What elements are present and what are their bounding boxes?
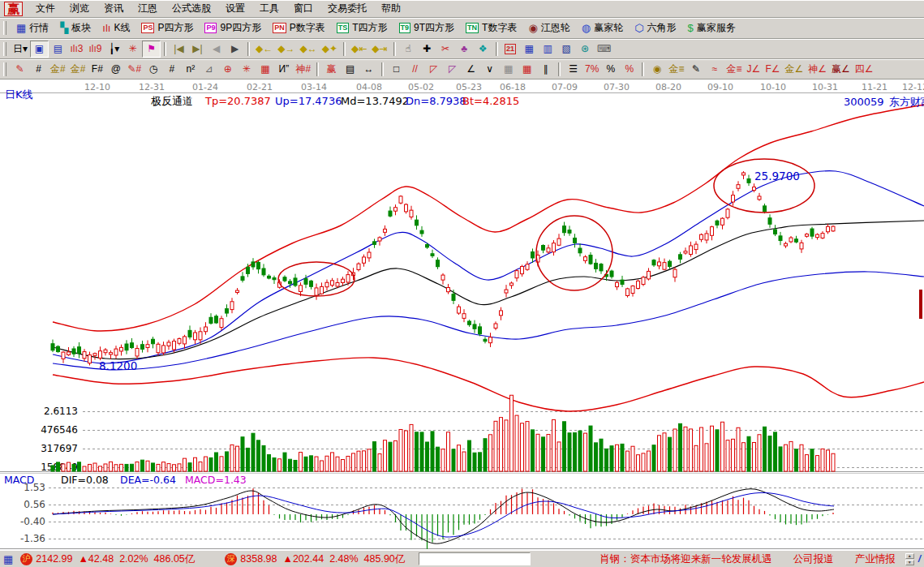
t9-square-button[interactable]: T99T四方形 — [393, 19, 461, 37]
gold-channel-button[interactable]: 金≡ — [724, 61, 744, 78]
gold-circle-button[interactable]: ◉ — [647, 61, 666, 78]
gold-ratio-button[interactable]: 金# — [48, 61, 68, 78]
angle-j-button[interactable]: J∠ — [744, 61, 763, 78]
grid-overlay-button[interactable]: ▦ — [499, 61, 518, 78]
grid-arrow-button[interactable]: ▦ — [518, 61, 536, 78]
menu-item-view[interactable]: 浏览 — [62, 0, 97, 18]
period-button[interactable]: 日▾ — [11, 41, 30, 58]
kline-button[interactable]: ılıK线 — [97, 19, 135, 37]
percent-line-button[interactable]: % — [620, 61, 638, 78]
expand-bars-button[interactable]: ◆↔ — [298, 41, 320, 58]
prev-button[interactable]: ◀ — [207, 41, 226, 58]
fan-grid-button[interactable]: ◸ — [443, 61, 462, 78]
chart-3-button[interactable]: ılı3 — [67, 41, 86, 58]
angle-shen-button[interactable]: 神∠ — [806, 61, 829, 78]
width-measure-button[interactable]: ↔ — [359, 61, 378, 78]
gann-tool-button[interactable]: ♣ — [455, 41, 474, 58]
zoom-region-button[interactable]: ▣ — [30, 41, 49, 58]
chart-9-button[interactable]: ılı9 — [86, 41, 105, 58]
gold-line-button[interactable]: 金≡ — [666, 61, 686, 78]
percent-7-button[interactable]: 7% — [582, 61, 601, 78]
angle-four-button[interactable]: 四∠ — [853, 61, 876, 78]
menu-item-window[interactable]: 窗口 — [286, 0, 320, 18]
p9-square-button[interactable]: P99P四方形 — [199, 19, 267, 37]
gann-wheel-button[interactable]: ◉江恩轮 — [522, 19, 575, 37]
winner-service-button[interactable]: $赢家服务 — [681, 19, 741, 37]
news-link-industry[interactable]: 产业情报 — [855, 552, 896, 566]
target-circle-button[interactable]: ⊕ — [218, 61, 237, 78]
market-grid-icon[interactable]: ▦ — [3, 553, 13, 565]
calculator-button[interactable]: ▦ — [520, 41, 539, 58]
histogram-flag-button[interactable]: ⚑ — [142, 41, 161, 58]
save-button[interactable]: ▧ — [557, 41, 576, 58]
news-headline[interactable]: 肖钢：资本市场将迎来新一轮发展机遇 — [600, 552, 772, 566]
parallel-lines-button[interactable]: ∥ — [536, 61, 555, 78]
crosshair-button[interactable]: ✚ — [418, 41, 436, 58]
stock-code-input[interactable] — [419, 552, 531, 565]
network-button[interactable]: ⊛ — [576, 41, 595, 58]
news-link-company[interactable]: 公司报道 — [793, 552, 834, 566]
angle-win-button[interactable]: 赢∠ — [829, 61, 853, 78]
scale-pen-button[interactable]: ✎ — [686, 61, 705, 78]
hexagon-button[interactable]: ⬡六角形 — [629, 19, 681, 37]
menu-item-trade[interactable]: 交易委托 — [320, 0, 374, 18]
win-mark-button[interactable]: 赢 — [322, 61, 341, 78]
radial-circle-button[interactable]: ✳ — [237, 61, 256, 78]
first-page-button[interactable]: |◀ — [170, 41, 188, 58]
zoom-out-button[interactable]: ◆⇥ — [369, 41, 389, 58]
zoom-in-button[interactable]: ◆⇤ — [349, 41, 369, 58]
notes-button[interactable]: ▥ — [539, 41, 557, 58]
p-square-button[interactable]: PSP四方形 — [135, 19, 199, 37]
t-square-button[interactable]: TST四方形 — [331, 19, 393, 37]
fibonacci-ruler-button[interactable]: F# — [88, 61, 106, 78]
wave-button[interactable]: ≈ — [705, 61, 724, 78]
last-page-button[interactable]: ▶| — [188, 41, 207, 58]
trade-terminal-button[interactable]: ⌨ — [595, 41, 613, 58]
spiral-button[interactable]: @ — [106, 61, 125, 78]
ruler-123-button[interactable]: ▤ — [341, 61, 359, 78]
pen-measure-button[interactable]: ✎# — [125, 61, 144, 78]
spin-down-icon[interactable]: ▼ — [905, 560, 914, 565]
p-number-button[interactable]: PNP数字表 — [267, 19, 331, 37]
right-scroll-marker[interactable] — [919, 290, 922, 319]
menu-item-file[interactable]: 文件 — [28, 0, 62, 18]
pattern-button[interactable]: ✳ — [123, 41, 142, 58]
next-button[interactable]: ▶ — [226, 41, 244, 58]
menu-item-gann[interactable]: 江恩 — [131, 0, 165, 18]
angle-f-button[interactable]: F∠ — [763, 61, 782, 78]
fan-box-button[interactable]: ◸ — [424, 61, 443, 78]
info-panel-button[interactable]: ▤ — [49, 41, 67, 58]
gann-ruler-button[interactable]: # — [29, 61, 48, 78]
menu-item-formula-picker[interactable]: 公式选股 — [165, 0, 218, 18]
calendar-button[interactable]: 21 — [501, 41, 520, 58]
price-steps-button[interactable]: ☰ — [564, 61, 582, 78]
quotes-button[interactable]: ▦行情 — [11, 19, 54, 37]
time-cycle-button[interactable]: ◷ — [144, 61, 162, 78]
n-square-button[interactable]: n² — [181, 61, 200, 78]
gold-ratio-ext-button[interactable]: 金# — [68, 61, 88, 78]
compress-bars-button[interactable]: ◆✦ — [320, 41, 340, 58]
news-scroll-spinner[interactable]: ▲ ▼ — [905, 553, 914, 565]
mirror-angle-button[interactable]: ⊿ — [200, 61, 218, 78]
menu-item-info[interactable]: 资讯 — [97, 0, 131, 18]
t-number-button[interactable]: TNT数字表 — [460, 19, 522, 37]
candle-style-button[interactable]: ╽▾ — [105, 41, 123, 58]
angle-gold-button[interactable]: 金∠ — [783, 61, 806, 78]
angle-lines-button[interactable]: ∠ — [462, 61, 480, 78]
menu-item-help[interactable]: 帮助 — [374, 0, 408, 18]
hand-button[interactable]: ☝ — [399, 41, 418, 58]
shift-left-button[interactable]: ◆← — [253, 41, 275, 58]
menu-item-settings[interactable]: 设置 — [218, 0, 252, 18]
box-select-button[interactable]: □ — [387, 61, 406, 78]
grid-box-button[interactable]: ▦ — [256, 61, 274, 78]
winner-wheel-button[interactable]: ◍赢家轮 — [576, 19, 629, 37]
sectors-button[interactable]: ▚板块 — [54, 19, 97, 37]
shift-right-button[interactable]: ◆→ — [275, 41, 297, 58]
zigzag-button[interactable]: ∨ — [480, 61, 499, 78]
percent-button[interactable]: % — [601, 61, 620, 78]
tick-ruler-button[interactable]: # — [162, 61, 181, 78]
quote-mark-button[interactable]: И” — [274, 61, 293, 78]
cut-button[interactable]: ✂ — [436, 41, 455, 58]
analysis-tool-button[interactable]: ❖ — [474, 41, 492, 58]
gann-fan-button[interactable]: // — [406, 61, 424, 78]
